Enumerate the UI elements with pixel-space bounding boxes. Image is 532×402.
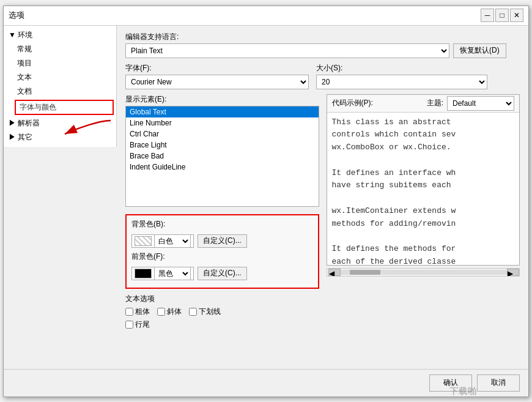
fg-color-label: 前景色(F):	[131, 251, 165, 262]
fg-color-select[interactable]: 黑色	[154, 267, 191, 280]
font-select[interactable]: Courier New	[125, 75, 309, 89]
fg-color-row: 前景色(F):	[131, 251, 313, 263]
underline-checkbox-label[interactable]: 下划线	[189, 307, 221, 317]
scroll-left-arrow[interactable]: ◀	[328, 269, 341, 276]
sidebar-item-other[interactable]: ▶ 其它	[4, 130, 116, 144]
sidebar-item-project[interactable]: 项目	[4, 56, 116, 70]
dialog-title: 选项	[9, 10, 24, 21]
text-options-row2: 行尾	[125, 319, 319, 330]
theme-row: 主题: Default	[427, 96, 514, 111]
bg-swatch-container: 白色	[131, 234, 194, 248]
list-item-brace-bad[interactable]: Brace Bad	[126, 151, 319, 162]
display-list: Global Text Line Number Ctrl Char Brace …	[125, 106, 319, 207]
other-arrow-icon: ▶	[9, 133, 16, 141]
sidebar-item-doc[interactable]: 文档	[4, 84, 116, 99]
list-item-line-number[interactable]: Line Number	[126, 117, 319, 128]
confirm-button[interactable]: 确认	[429, 374, 472, 392]
title-bar-buttons: ─ □ ✕	[481, 9, 523, 22]
sidebar-item-parser[interactable]: ▶ 解析器	[4, 116, 116, 130]
env-arrow-icon: ▼	[9, 31, 16, 39]
code-preview-container: 代码示例(P): 主题: Default This class is an ab…	[327, 94, 520, 266]
close-button[interactable]: ✕	[510, 9, 523, 22]
scroll-thumb[interactable]	[350, 270, 380, 275]
bold-checkbox[interactable]	[125, 308, 133, 316]
restore-default-button[interactable]: 恢复默认(D)	[453, 43, 506, 58]
eol-checkbox-label[interactable]: 行尾	[125, 319, 150, 330]
size-section: 大小(S): 20	[316, 63, 487, 89]
right-panel: 代码示例(P): 主题: Default This class is an ab…	[327, 94, 520, 277]
fg-custom-button[interactable]: 自定义(C)...	[198, 267, 247, 280]
list-item-indent-guideline[interactable]: Indent GuideLine	[126, 162, 319, 173]
editor-lang-label: 编辑器支持语言:	[125, 32, 520, 42]
list-item-brace-light[interactable]: Brace Light	[126, 140, 319, 151]
size-label: 大小(S):	[316, 63, 487, 73]
sidebar-item-env[interactable]: ▼ ▼ 环境 环境	[4, 28, 116, 42]
eol-label: 行尾	[135, 319, 150, 330]
dialog-footer: 下载啪 确认 取消	[4, 369, 528, 396]
main-content: 编辑器支持语言: Plain Text 恢复默认(D) 字体(F): Couri…	[117, 26, 528, 369]
fg-swatch-container: 黑色	[131, 267, 194, 280]
scroll-track[interactable]	[341, 270, 508, 275]
editor-lang-row: Plain Text 恢复默认(D)	[125, 43, 520, 58]
theme-label: 主题:	[427, 98, 443, 108]
bold-label: 粗体	[135, 307, 150, 317]
title-bar: 选项 ─ □ ✕	[4, 6, 528, 26]
editor-lang-select[interactable]: Plain Text	[125, 43, 449, 58]
scroll-right-arrow[interactable]: ▶	[507, 269, 519, 276]
text-options-row1: 粗体 斜体 下划线	[125, 307, 319, 317]
bg-custom-button[interactable]: 自定义(C)...	[198, 234, 247, 248]
left-panel: 显示元素(E): Global Text Line Number Ctrl Ch…	[125, 94, 319, 332]
theme-select[interactable]: Default	[447, 96, 514, 111]
parser-arrow-icon: ▶	[9, 119, 16, 127]
editor-lang-section: 编辑器支持语言: Plain Text 恢复默认(D)	[125, 32, 520, 58]
bg-color-row: 背景色(B):	[131, 219, 313, 231]
h-scrollbar[interactable]: ◀ ▶	[327, 268, 520, 277]
bold-checkbox-label[interactable]: 粗体	[125, 307, 150, 317]
list-item-global-text[interactable]: Global Text	[126, 106, 319, 117]
eol-checkbox[interactable]	[125, 321, 133, 329]
cancel-button[interactable]: 取消	[477, 374, 520, 392]
sidebar-item-font-color[interactable]: 字体与颜色	[15, 100, 114, 115]
code-preview-text: This class is an abstract controls which…	[327, 113, 520, 266]
font-label: 字体(F):	[125, 63, 309, 73]
text-options-section: 文本选项 粗体 斜体 下划	[125, 294, 319, 332]
options-dialog: 选项 ─ □ ✕ ▼ ▼ 环境 环境 常规 项目 文本 文档	[3, 6, 529, 397]
bg-color-label: 背景色(B):	[131, 219, 165, 229]
list-item-ctrl-char[interactable]: Ctrl Char	[126, 128, 319, 140]
fg-color-swatch	[135, 269, 152, 278]
font-section: 字体(F): Courier New	[125, 63, 309, 89]
dialog-body: ▼ ▼ 环境 环境 常规 项目 文本 文档 字体与颜色 ▶ 解析器 ▶ 其	[4, 26, 528, 369]
bg-color-controls: 白色 自定义(C)...	[131, 234, 313, 248]
sidebar: ▼ ▼ 环境 环境 常规 项目 文本 文档 字体与颜色 ▶ 解析器 ▶ 其	[4, 26, 117, 147]
size-select[interactable]: 20	[316, 75, 487, 89]
maximize-button[interactable]: □	[495, 9, 509, 22]
elements-preview-section: 显示元素(E): Global Text Line Number Ctrl Ch…	[125, 94, 520, 363]
italic-label: 斜体	[167, 307, 182, 317]
sidebar-item-text[interactable]: 文本	[4, 70, 116, 84]
display-elements-label: 显示元素(E):	[125, 94, 319, 105]
text-options-label: 文本选项	[125, 294, 319, 304]
color-section: 背景色(B): 白色 自定义(C)...	[125, 214, 319, 289]
underline-label: 下划线	[199, 307, 221, 317]
code-preview-label: 代码示例(P):	[332, 98, 373, 108]
code-preview-header: 代码示例(P): 主题: Default	[327, 95, 520, 113]
sidebar-wrapper: ▼ ▼ 环境 环境 常规 项目 文本 文档 字体与颜色 ▶ 解析器 ▶ 其	[4, 26, 117, 369]
fg-color-controls: 黑色 自定义(C)...	[131, 267, 313, 280]
bg-color-select[interactable]: 白色	[154, 234, 191, 248]
italic-checkbox-label[interactable]: 斜体	[157, 307, 182, 317]
sidebar-item-general[interactable]: 常规	[4, 42, 116, 56]
minimize-button[interactable]: ─	[481, 9, 494, 22]
underline-checkbox[interactable]	[189, 308, 197, 316]
italic-checkbox[interactable]	[157, 308, 165, 316]
font-size-section: 字体(F): Courier New 大小(S): 20	[125, 63, 520, 89]
display-elements-section: 显示元素(E): Global Text Line Number Ctrl Ch…	[125, 94, 319, 207]
bg-color-swatch	[135, 236, 152, 246]
